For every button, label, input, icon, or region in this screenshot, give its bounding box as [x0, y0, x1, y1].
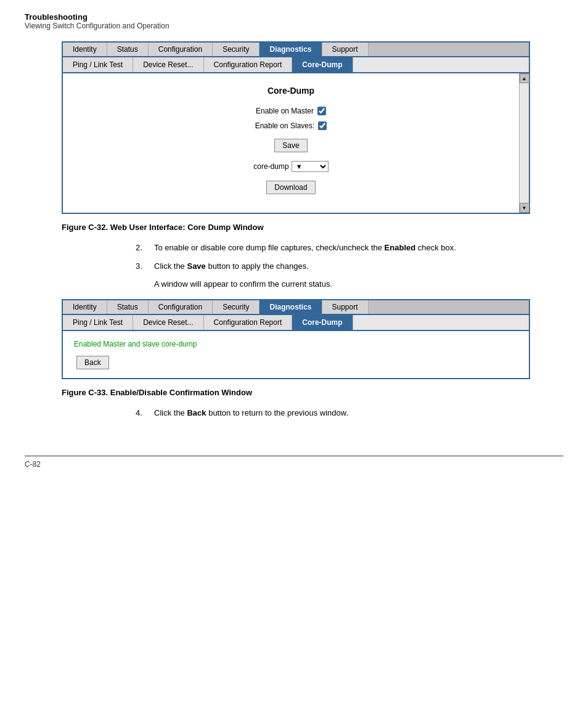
- instruction-4: 4. Click the Back button to return to th…: [136, 407, 526, 419]
- instruction-num-4: 4.: [136, 407, 154, 419]
- subtab-ping-1[interactable]: Ping / Link Test: [63, 57, 133, 72]
- coredump-dropdown[interactable]: ▼: [292, 161, 329, 172]
- instruction-text-4: Click the Back button to return to the p…: [154, 407, 526, 419]
- enable-master-checkbox[interactable]: [317, 107, 326, 115]
- page-footer: C-82: [25, 456, 563, 469]
- tab-diagnostics-1[interactable]: Diagnostics: [259, 43, 322, 56]
- tab-diagnostics-2[interactable]: Diagnostics: [259, 300, 322, 314]
- tab-security-2[interactable]: Security: [213, 300, 259, 314]
- scrollbar-1: ▲ ▼: [519, 73, 529, 213]
- tab-support-2[interactable]: Support: [322, 300, 369, 314]
- content-area-1: Core-Dump Enable on Master Enable on Sla…: [63, 73, 529, 213]
- subtab-ping-2[interactable]: Ping / Link Test: [63, 315, 133, 330]
- tab-identity-2[interactable]: Identity: [63, 300, 107, 314]
- nav-tabs-1: Identity Status Configuration Security D…: [63, 43, 529, 57]
- scroll-track: [520, 83, 529, 203]
- confirmation-content: Enabled Master and slave core-dump Back: [63, 331, 529, 378]
- tab-status-2[interactable]: Status: [107, 300, 149, 314]
- nav-tabs-2: Identity Status Configuration Security D…: [63, 300, 529, 315]
- tab-support-1[interactable]: Support: [322, 43, 369, 56]
- enable-slaves-label: Enable on Slaves:: [255, 121, 315, 130]
- enable-master-label: Enable on Master: [256, 107, 314, 115]
- subtab-reset-2[interactable]: Device Reset...: [133, 315, 203, 330]
- instructions-block: 2. To enable or disable core dump file c…: [136, 242, 526, 290]
- download-button[interactable]: Download: [266, 181, 315, 194]
- instruction-text-3: Click the Save button to apply the chang…: [154, 260, 526, 273]
- subtab-config-report-2[interactable]: Configuration Report: [204, 315, 293, 330]
- sub-tabs-2: Ping / Link Test Device Reset... Configu…: [63, 315, 529, 331]
- tab-configuration-1[interactable]: Configuration: [149, 43, 213, 56]
- subtab-reset-1[interactable]: Device Reset...: [133, 57, 203, 72]
- tab-identity-1[interactable]: Identity: [63, 43, 107, 56]
- page-title: Troubleshooting: [25, 12, 563, 22]
- enable-master-row: Enable on Master: [75, 107, 507, 115]
- coredump-title: Core-Dump: [75, 86, 507, 96]
- figure2-caption: Figure C-33. Enable/Disable Confirmation…: [62, 388, 563, 397]
- tab-status-1[interactable]: Status: [107, 43, 149, 56]
- browser-window-2: Identity Status Configuration Security D…: [62, 299, 530, 379]
- instruction-text-2: To enable or disable core dump file capt…: [154, 242, 526, 254]
- step4-block: 4. Click the Back button to return to th…: [136, 407, 526, 419]
- subtab-coredump-1[interactable]: Core-Dump: [292, 57, 353, 72]
- page-number: C-82: [25, 460, 41, 469]
- enable-slaves-checkbox[interactable]: [318, 121, 327, 130]
- tab-configuration-2[interactable]: Configuration: [149, 300, 213, 314]
- confirmation-text: Enabled Master and slave core-dump: [74, 340, 518, 348]
- back-button[interactable]: Back: [76, 356, 109, 369]
- content-main-1: Core-Dump Enable on Master Enable on Sla…: [63, 73, 519, 213]
- instruction-num-2: 2.: [136, 242, 154, 254]
- scroll-down-btn[interactable]: ▼: [520, 203, 529, 213]
- dropdown-label: core-dump: [253, 162, 288, 171]
- sub-tabs-1: Ping / Link Test Device Reset... Configu…: [63, 57, 529, 73]
- sub-instruction-text: A window will appear to confirm the curr…: [154, 278, 332, 290]
- subtab-coredump-2[interactable]: Core-Dump: [292, 315, 353, 330]
- browser-window-1: Identity Status Configuration Security D…: [62, 41, 530, 214]
- save-button[interactable]: Save: [274, 139, 307, 152]
- subtab-config-report-1[interactable]: Configuration Report: [204, 57, 293, 72]
- figure1-caption: Figure C-32. Web User Interface: Core Du…: [62, 223, 563, 232]
- enable-slaves-row: Enable on Slaves:: [75, 121, 507, 130]
- scroll-up-btn[interactable]: ▲: [520, 73, 529, 83]
- dropdown-row: core-dump ▼: [75, 161, 507, 172]
- instruction-2: 2. To enable or disable core dump file c…: [136, 242, 526, 254]
- instruction-num-3: 3.: [136, 260, 154, 273]
- page-subtitle: Viewing Switch Configuration and Operati…: [25, 22, 563, 30]
- sub-instruction: A window will appear to confirm the curr…: [154, 278, 526, 290]
- page-header: Troubleshooting Viewing Switch Configura…: [25, 12, 563, 30]
- tab-security-1[interactable]: Security: [213, 43, 259, 56]
- instruction-3: 3. Click the Save button to apply the ch…: [136, 260, 526, 273]
